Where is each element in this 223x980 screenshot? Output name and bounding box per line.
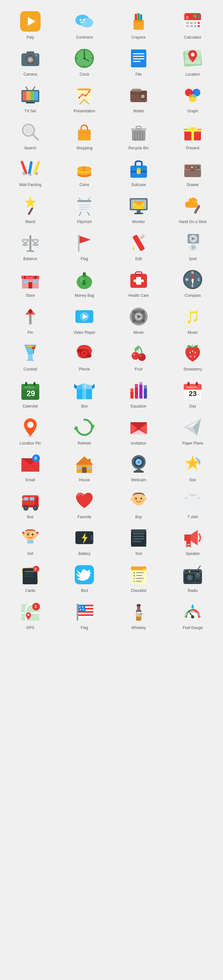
icon-cell-store[interactable]: STORE Store	[3, 264, 58, 302]
icon-cell-movie[interactable]: Movie	[111, 302, 166, 339]
svg-rect-258	[188, 382, 189, 386]
icon-cell-location-pin[interactable]: Location Pin	[3, 412, 58, 449]
paper-plane-label: Paper Plane	[182, 441, 203, 446]
icon-cell-compass[interactable]: N S W E Compass	[166, 264, 220, 302]
icon-cell-calculator[interactable]: C + - Calculator	[166, 6, 220, 43]
icon-cell-day[interactable]: 23 FRIDAY Day	[166, 375, 220, 412]
icon-cell-gps[interactable]: 3 GPS	[3, 597, 58, 634]
svg-rect-395	[136, 615, 141, 620]
icon-cell-pin[interactable]: Pin	[3, 302, 58, 339]
icon-cell-paper-plane[interactable]: Paper Plane	[166, 412, 220, 449]
svg-point-198	[29, 324, 32, 325]
svg-rect-196	[29, 315, 32, 324]
svg-text:8: 8	[35, 456, 37, 460]
house-icon	[73, 453, 96, 475]
icon-cell-presentation[interactable]: Presentation	[58, 80, 112, 117]
icon-cell-checklist[interactable]: ★ Checklist	[111, 560, 166, 597]
icon-cell-recycle-bin[interactable]: Recycle Bin	[111, 117, 166, 154]
icon-cell-strawberry[interactable]: Strawberry	[166, 338, 220, 375]
icon-cell-graph[interactable]: Graph	[166, 80, 220, 117]
icon-cell-location[interactable]: Location	[166, 43, 220, 80]
icon-cell-calendar[interactable]: 29 FRIDAY Calendar	[3, 375, 58, 412]
svg-rect-334	[133, 541, 141, 542]
icon-cell-drawer[interactable]: Drawer	[166, 154, 220, 191]
icon-cell-tv-set[interactable]: TV Set	[3, 80, 58, 117]
equalizer-icon	[127, 379, 150, 401]
icon-cell-favorite[interactable]: Favorite	[58, 486, 112, 523]
icon-cell-flag2[interactable]: ★ ★ ★ ★ ★ Flag	[58, 597, 112, 634]
icon-cell-edit[interactable]: Edit	[111, 228, 166, 265]
svg-text:N: N	[191, 271, 194, 274]
icon-cell-fruit[interactable]: Fruit	[111, 338, 166, 375]
icon-cell-boy[interactable]: Boy	[111, 486, 166, 523]
svg-rect-212	[190, 312, 197, 313]
refresh-label: Refresh	[78, 441, 91, 446]
icon-cell-ipod[interactable]: Ipod	[166, 228, 220, 265]
icon-cell-t-shirt[interactable]: T shirt	[166, 486, 220, 523]
icon-cell-paly[interactable]: Paly	[3, 6, 58, 43]
icon-grid: Paly Contment	[0, 0, 223, 640]
svg-rect-383	[78, 611, 93, 613]
icon-cell-health-care[interactable]: Health Care	[111, 264, 166, 302]
icon-cell-radio[interactable]: Radio	[166, 560, 220, 597]
icon-cell-shopping[interactable]: Shopping	[58, 117, 112, 154]
svg-rect-145	[29, 235, 31, 251]
icon-cell-equalizer[interactable]: Equalizer	[111, 375, 166, 412]
icon-cell-house[interactable]: House	[58, 449, 112, 486]
icon-cell-search[interactable]: Search	[3, 117, 58, 154]
icon-cell-wand[interactable]: Wand	[3, 191, 58, 228]
cocktail-label: Cocktail	[23, 367, 37, 372]
icon-cell-music[interactable]: Music	[166, 302, 220, 339]
icon-cell-monitor[interactable]: Monitor	[111, 191, 166, 228]
icon-cell-cocktail[interactable]: Cocktail	[3, 338, 58, 375]
icon-cell-email[interactable]: 8 Email	[3, 449, 58, 486]
icon-cell-crayons[interactable]: Crayons	[111, 6, 166, 43]
icon-cell-money-bag[interactable]: $ Money Bag	[58, 264, 112, 302]
icon-cell-suitcase[interactable]: Suitcase	[111, 154, 166, 191]
icon-cell-whiskey[interactable]: WHISKY 1 OZ Whiskey	[111, 597, 166, 634]
tv-set-icon	[19, 84, 42, 106]
icon-cell-hand-on-stick[interactable]: ☞ Hand On a Stick	[166, 191, 220, 228]
icon-cell-camera[interactable]: Camera	[3, 43, 58, 80]
svg-rect-104	[28, 161, 32, 175]
icon-cell-wallet[interactable]: Wallet	[111, 80, 166, 117]
icon-cell-bird[interactable]: Bird	[58, 560, 112, 597]
svg-point-367	[188, 576, 192, 579]
icon-cell-bus[interactable]: Bus	[3, 486, 58, 523]
icon-cell-balance[interactable]: Balance	[3, 228, 58, 265]
icon-cell-coins[interactable]: $ Coins	[58, 154, 112, 191]
icon-cell-present[interactable]: Present	[166, 117, 220, 154]
icon-cell-invitation[interactable]: Invitation	[111, 412, 166, 449]
icon-cell-clock[interactable]: Clock	[58, 43, 112, 80]
gps-label: GPS	[26, 625, 34, 630]
icon-cell-cards[interactable]: 3 Cards	[3, 560, 58, 597]
wallet-icon	[127, 84, 150, 106]
svg-rect-374	[186, 571, 200, 572]
icon-cell-box[interactable]: Box	[58, 375, 112, 412]
icon-cell-video-player[interactable]: Video Player	[58, 302, 112, 339]
icon-cell-text[interactable]: Text	[111, 523, 166, 560]
svg-rect-184	[133, 280, 144, 282]
icon-cell-refresh[interactable]: Refresh	[58, 412, 112, 449]
icon-cell-battery[interactable]: Battery	[58, 523, 112, 560]
svg-point-101	[191, 127, 194, 130]
svg-point-81	[193, 94, 196, 98]
present-label: Present	[186, 146, 199, 151]
icon-cell-flag[interactable]: Flag	[58, 228, 112, 265]
camera-icon	[19, 47, 42, 70]
icon-cell-star[interactable]: Star	[166, 449, 220, 486]
svg-point-218	[77, 349, 82, 353]
icon-cell-girl[interactable]: Girl	[3, 523, 58, 560]
icon-cell-phone[interactable]: Phone	[58, 338, 112, 375]
text-icon	[127, 527, 150, 549]
icon-cell-wall-painting[interactable]: Wall Painting	[3, 154, 58, 191]
icon-cell-flipchart[interactable]: Flipchart	[58, 191, 112, 228]
icon-cell-webcam[interactable]: Webcam	[111, 449, 166, 486]
svg-point-308	[140, 498, 142, 500]
icon-cell-fuel-gauge[interactable]: E F Fuel Gauge	[166, 597, 220, 634]
icon-cell-speaker[interactable]: Speaker	[166, 523, 220, 560]
icon-cell-contment[interactable]: Contment	[58, 6, 112, 43]
svg-rect-299	[22, 498, 23, 500]
icon-cell-file[interactable]: File	[111, 43, 166, 80]
svg-text:3: 3	[35, 567, 37, 571]
